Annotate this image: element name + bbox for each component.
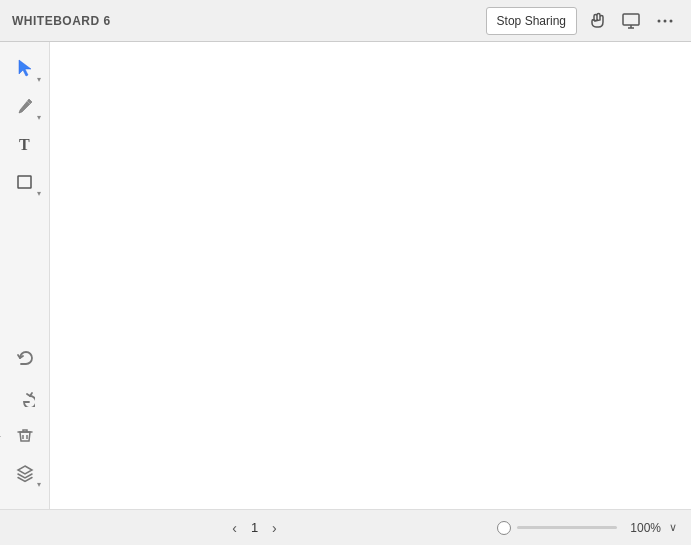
tool-item-redo: F — <box>0 379 49 415</box>
app-container: WHITEBOARD 6 Stop Sharing <box>0 0 691 545</box>
tool-item-shape: D — ▾ <box>0 164 49 200</box>
more-options-button[interactable] <box>651 7 679 35</box>
text-icon: T <box>15 134 35 154</box>
cursor-icon <box>15 58 35 78</box>
whiteboard-title: WHITEBOARD 6 <box>12 14 486 28</box>
select-tool-button[interactable]: ▾ <box>7 50 43 86</box>
canvas-area[interactable] <box>50 42 691 509</box>
pen-icon <box>15 96 35 116</box>
undo-button[interactable] <box>7 341 43 377</box>
tool-item-text: C — T <box>0 126 49 162</box>
ellipsis-icon <box>655 11 675 31</box>
pointer-mode-button[interactable] <box>583 7 611 35</box>
page-number: 1 <box>251 520 258 535</box>
redo-button[interactable] <box>7 379 43 415</box>
svg-point-1 <box>658 19 661 22</box>
hand-icon <box>587 11 607 31</box>
layers-icon <box>15 463 35 483</box>
pagination: ‹ 1 › <box>12 518 497 538</box>
zoom-area: 100% ∨ <box>497 521 679 535</box>
zoom-slider-container <box>497 521 617 535</box>
tool-item-delete: G — <box>0 417 49 453</box>
main-area: A — ▾ B — ▾ <box>0 42 691 509</box>
zoom-slider-thumb[interactable] <box>497 521 511 535</box>
svg-text:T: T <box>19 136 30 153</box>
undo-icon <box>15 349 35 369</box>
svg-point-3 <box>670 19 673 22</box>
tool-item-pen: B — ▾ <box>0 88 49 124</box>
tool-expand-indicator: ▾ <box>37 76 41 84</box>
sidebar-toolbar: A — ▾ B — ▾ <box>0 42 50 509</box>
screen-share-button[interactable] <box>617 7 645 35</box>
delete-button[interactable] <box>7 417 43 453</box>
tool-item-undo: E — <box>0 341 49 377</box>
stop-sharing-button[interactable]: Stop Sharing <box>486 7 577 35</box>
svg-marker-4 <box>19 60 31 76</box>
text-tool-button[interactable]: T <box>7 126 43 162</box>
zoom-dropdown-button[interactable]: ∨ <box>667 521 679 534</box>
svg-rect-6 <box>18 176 31 188</box>
tool-item-layers: H — ▾ <box>0 455 49 491</box>
header-controls: Stop Sharing <box>486 7 679 35</box>
prev-page-button[interactable]: ‹ <box>226 518 243 538</box>
redo-icon <box>15 387 35 407</box>
layers-button[interactable]: ▾ <box>7 455 43 491</box>
next-page-button[interactable]: › <box>266 518 283 538</box>
bottom-bar: ‹ 1 › 100% ∨ <box>0 509 691 545</box>
monitor-icon <box>621 11 641 31</box>
svg-rect-0 <box>623 14 639 25</box>
tool-label-g: G — <box>0 429 1 441</box>
zoom-slider-track[interactable] <box>517 526 617 529</box>
trash-icon <box>15 425 35 445</box>
shape-tool-button[interactable]: ▾ <box>7 164 43 200</box>
pen-expand-indicator: ▾ <box>37 114 41 122</box>
rect-icon <box>15 172 35 192</box>
zoom-percentage: 100% <box>623 521 661 535</box>
layers-expand-indicator: ▾ <box>37 481 41 489</box>
shape-expand-indicator: ▾ <box>37 190 41 198</box>
pen-tool-button[interactable]: ▾ <box>7 88 43 124</box>
svg-point-2 <box>664 19 667 22</box>
header: WHITEBOARD 6 Stop Sharing <box>0 0 691 42</box>
tool-item-select: A — ▾ <box>0 50 49 86</box>
